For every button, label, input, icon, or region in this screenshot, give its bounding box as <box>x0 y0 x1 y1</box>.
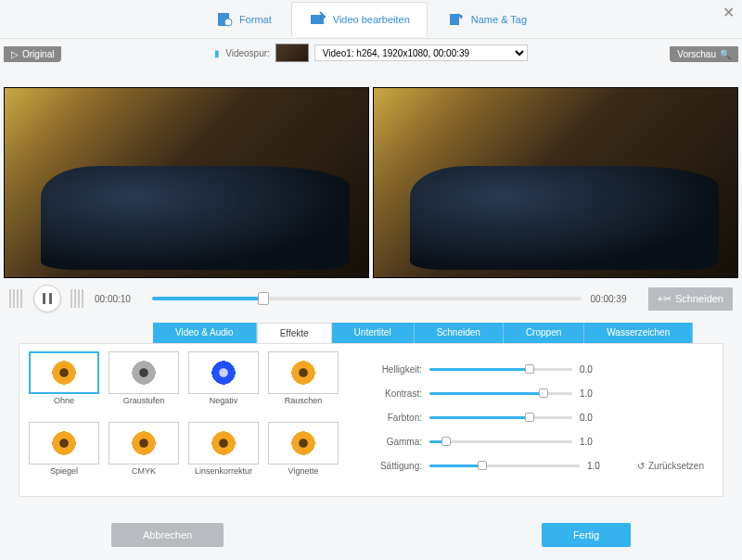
tag-icon <box>447 10 466 29</box>
track-label-icon: ▮ <box>214 48 220 58</box>
brightness-label: Helligkeit: <box>366 364 422 375</box>
effects-grid: OhneGraustufenNegativRauschenSpiegelCMYK… <box>29 351 339 489</box>
svg-rect-5 <box>49 293 52 304</box>
preview-badge: Vorschau🔍 <box>670 46 738 62</box>
seek-bar[interactable] <box>152 297 582 300</box>
tab-name-tag[interactable]: Name & Tag <box>429 2 544 37</box>
svg-rect-3 <box>450 14 459 25</box>
grip-icon <box>70 289 85 308</box>
video-track-bar: ▮ Videospur: Video1: h264, 1920x1080, 00… <box>0 39 742 67</box>
original-badge: ▷Original <box>4 46 61 62</box>
contrast-slider[interactable] <box>429 392 572 395</box>
contrast-label: Kontrast: <box>366 388 422 399</box>
edit-tab-wasserzeichen[interactable]: Wasserzeichen <box>584 323 693 343</box>
effect-linsenkorrektur[interactable]: Linsenkorrektur <box>188 422 259 489</box>
playback-controls: 00:00:10 00:00:39 +✂Schneiden <box>0 280 742 317</box>
effect-cmyk[interactable]: CMYK <box>109 422 179 489</box>
total-time: 00:00:39 <box>591 294 639 304</box>
tab-format[interactable]: Format <box>198 2 289 37</box>
contrast-value: 1.0 <box>580 388 613 399</box>
saturation-slider[interactable] <box>429 465 580 467</box>
saturation-label: Sättigung: <box>366 461 422 471</box>
format-icon <box>215 10 234 29</box>
cut-button[interactable]: +✂Schneiden <box>648 287 733 311</box>
magnify-icon: 🔍 <box>720 49 731 59</box>
effects-panel: OhneGraustufenNegativRauschenSpiegelCMYK… <box>19 343 723 497</box>
current-time: 00:00:10 <box>95 294 143 304</box>
gamma-slider[interactable] <box>429 440 572 443</box>
pause-button[interactable] <box>33 285 61 312</box>
track-thumbnail <box>275 44 309 62</box>
track-label: Videospur: <box>225 48 270 58</box>
edit-tab-videoaudio[interactable]: Video & Audio <box>153 323 257 343</box>
hue-value: 0.0 <box>580 413 613 423</box>
edit-tab-schneiden[interactable]: Schneiden <box>415 323 504 343</box>
tab-name-tag-label: Name & Tag <box>471 14 527 25</box>
effect-spiegel[interactable]: Spiegel <box>29 422 99 489</box>
brightness-value: 0.0 <box>580 364 613 375</box>
hue-slider[interactable] <box>429 416 572 419</box>
grip-icon <box>9 289 24 308</box>
reset-icon: ↺ <box>637 461 645 471</box>
edit-tab-untertitel[interactable]: Untertitel <box>332 323 415 343</box>
original-pane <box>4 87 369 278</box>
top-tab-bar: Format Video bearbeiten Name & Tag ✕ <box>0 0 742 39</box>
effect-rauschen[interactable]: Rauschen <box>268 351 339 418</box>
edit-tab-croppen[interactable]: Croppen <box>504 323 584 343</box>
reset-button[interactable]: ↺Zurücksetzen <box>637 461 704 471</box>
cancel-button[interactable]: Abbrechen <box>111 523 224 547</box>
tab-format-label: Format <box>239 14 272 25</box>
svg-rect-4 <box>43 293 45 304</box>
edit-tab-effekte[interactable]: Effekte <box>257 323 332 343</box>
track-select[interactable]: Video1: h264, 1920x1080, 00:00:39 <box>314 45 528 61</box>
preview-pane <box>373 87 738 278</box>
adjustment-sliders: Helligkeit:0.0Kontrast:1.0Farbton:0.0Gam… <box>339 351 713 489</box>
tab-video-edit[interactable]: Video bearbeiten <box>291 2 428 37</box>
effect-vignette[interactable]: Vignette <box>268 422 339 489</box>
svg-point-1 <box>224 19 232 26</box>
gamma-label: Gamma: <box>366 437 422 447</box>
hue-label: Farbton: <box>366 413 422 423</box>
play-icon: ▷ <box>11 49 19 59</box>
close-icon[interactable]: ✕ <box>723 4 735 21</box>
effect-graustufen[interactable]: Graustufen <box>109 351 179 418</box>
effect-negativ[interactable]: Negativ <box>188 351 259 418</box>
scissors-icon: +✂ <box>658 293 672 305</box>
effect-ohne[interactable]: Ohne <box>29 351 99 418</box>
video-edit-icon <box>309 10 327 29</box>
brightness-slider[interactable] <box>429 368 572 371</box>
tab-video-edit-label: Video bearbeiten <box>333 14 410 25</box>
edit-tabs: Video & AudioEffekteUntertitelSchneidenC… <box>153 323 723 343</box>
gamma-value: 1.0 <box>580 437 613 447</box>
done-button[interactable]: Fertig <box>542 523 631 547</box>
saturation-value: 1.0 <box>587 461 620 471</box>
